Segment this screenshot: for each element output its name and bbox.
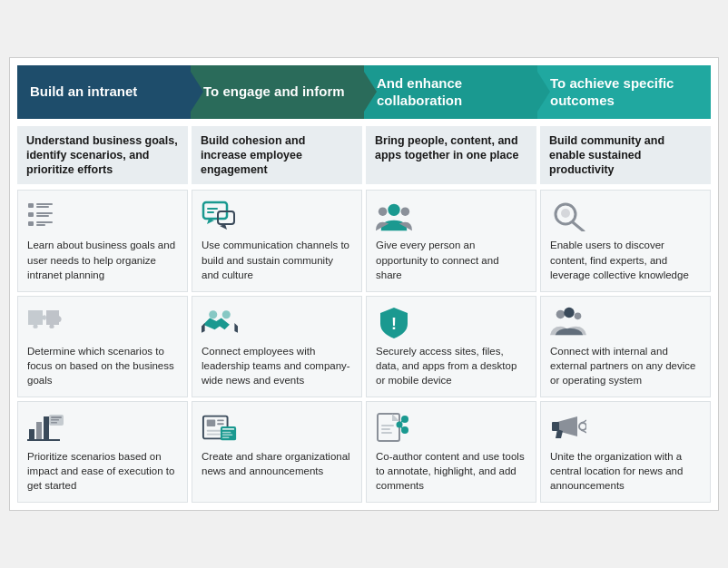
card-text-r2-c4: Connect with internal and external partn… [550, 344, 701, 387]
header-label-1: Build an intranet [30, 83, 137, 101]
svg-rect-0 [28, 203, 34, 208]
svg-point-54 [579, 423, 586, 430]
svg-line-52 [401, 427, 403, 428]
card-text-r3-c3: Co-author content and use tools to annot… [376, 449, 526, 493]
card-r2-c1: Determine which scenarios to focus on ba… [17, 296, 188, 397]
card-text-r1-c4: Enable users to discover content, find e… [550, 238, 701, 281]
card-r2-c3: ! Securely access sites, files, data, an… [366, 296, 536, 397]
header-col-4: To achieve specific outcomes [537, 65, 711, 119]
svg-point-18 [561, 209, 570, 218]
card-text-r1-c2: Use communication channels to build and … [202, 238, 352, 281]
svg-point-20 [222, 310, 231, 318]
svg-point-19 [209, 310, 217, 318]
svg-point-13 [388, 204, 399, 216]
card-r1-c1: Learn about business goals and user need… [17, 190, 188, 291]
search-icon [550, 200, 586, 232]
svg-rect-47 [381, 432, 392, 434]
puzzle-icon [27, 306, 64, 338]
svg-rect-31 [51, 419, 59, 421]
svg-point-22 [556, 309, 566, 318]
list-icon [27, 200, 64, 232]
svg-rect-46 [381, 428, 390, 430]
news-icon [202, 411, 238, 444]
header-col-1: Build an intranet [17, 65, 191, 119]
svg-rect-6 [28, 221, 34, 226]
svg-rect-2 [36, 206, 49, 208]
chat-icon [202, 200, 238, 232]
card-text-r1-c3: Give every person an opportunity to conn… [376, 238, 526, 281]
svg-line-51 [401, 421, 403, 422]
svg-rect-7 [36, 221, 53, 223]
header-row: Build an intranet To engage and inform A… [17, 65, 711, 119]
card-text-r2-c2: Connect employees with leadership teams … [202, 344, 352, 387]
header-col-2: To engage and inform [191, 65, 364, 119]
subheader-3: Bring people, content, and apps together… [366, 126, 536, 185]
card-text-r3-c1: Prioritize scenarios based on impact and… [27, 449, 178, 493]
header-label-3: And enhance collaboration [377, 74, 525, 110]
svg-text:!: ! [391, 315, 397, 333]
shield-icon: ! [376, 306, 412, 338]
subheader-1: Understand business goals, identify scen… [17, 126, 188, 185]
subheader-2: Build cohesion and increase employee eng… [192, 126, 362, 185]
svg-point-15 [401, 208, 410, 217]
card-r3-c1: Prioritize scenarios based on impact and… [17, 401, 188, 503]
svg-rect-43 [222, 436, 230, 437]
card-text-r2-c3: Securely access sites, files, data, and … [376, 344, 526, 387]
card-text-r3-c4: Unite the organization with a central lo… [550, 449, 701, 493]
svg-rect-8 [36, 224, 45, 226]
header-col-3: And enhance collaboration [364, 65, 537, 119]
svg-rect-30 [51, 416, 62, 418]
svg-rect-27 [44, 416, 49, 440]
card-r1-c2: Use communication channels to build and … [192, 190, 362, 291]
subheader-4: Build community and enable sustained pro… [540, 126, 711, 185]
svg-rect-11 [207, 211, 214, 213]
subheader-row: Understand business goals, identify scen… [17, 126, 711, 185]
content-grid: Learn about business goals and user need… [17, 190, 711, 503]
card-text-r3-c2: Create and share organizational news and… [202, 449, 352, 478]
svg-rect-32 [51, 422, 57, 424]
device-icon [550, 306, 586, 338]
card-r1-c3: Give every person an opportunity to conn… [366, 190, 536, 291]
handshake-icon [202, 306, 238, 338]
svg-point-14 [379, 208, 388, 217]
svg-rect-36 [217, 423, 224, 425]
card-r2-c4: Connect with internal and external partn… [540, 296, 711, 397]
card-text-r1-c1: Learn about business goals and user need… [27, 238, 178, 281]
svg-rect-3 [28, 212, 34, 217]
svg-rect-34 [207, 419, 216, 426]
svg-rect-10 [207, 208, 218, 210]
svg-rect-38 [207, 434, 221, 436]
chart-icon [27, 411, 64, 444]
svg-rect-4 [36, 212, 53, 214]
doc-share-icon [376, 411, 412, 444]
svg-rect-41 [222, 432, 231, 433]
svg-rect-42 [222, 435, 232, 436]
card-r3-c4: Unite the organization with a central lo… [540, 401, 711, 503]
svg-rect-26 [36, 422, 42, 440]
card-r3-c3: Co-author content and use tools to annot… [366, 401, 536, 503]
header-label-4: To achieve specific outcomes [550, 74, 698, 110]
svg-rect-25 [29, 429, 34, 440]
header-label-2: To engage and inform [203, 83, 345, 101]
svg-rect-35 [217, 419, 224, 421]
svg-rect-5 [36, 215, 49, 217]
card-r2-c2: Connect employees with leadership teams … [192, 296, 362, 397]
megaphone-icon [550, 411, 586, 444]
svg-point-23 [564, 308, 574, 318]
card-r3-c2: Create and share organizational news and… [192, 401, 362, 503]
svg-line-17 [573, 222, 584, 231]
svg-rect-40 [222, 428, 234, 430]
people-icon [376, 200, 412, 232]
card-text-r2-c1: Determine which scenarios to focus on ba… [27, 344, 178, 387]
svg-point-24 [575, 312, 582, 319]
main-container: Build an intranet To engage and inform A… [9, 57, 719, 512]
card-r1-c4: Enable users to discover content, find e… [540, 190, 711, 291]
svg-rect-45 [381, 425, 394, 426]
svg-rect-1 [36, 203, 53, 205]
